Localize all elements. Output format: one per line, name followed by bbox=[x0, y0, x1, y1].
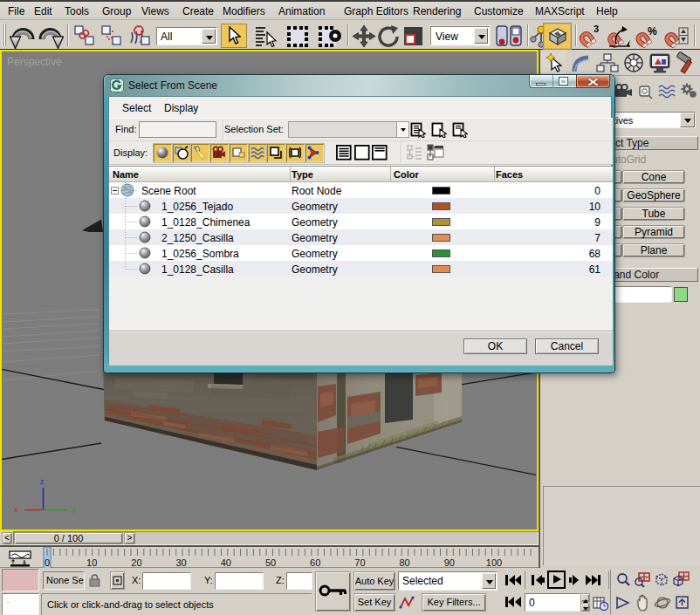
svg-text:30: 30 bbox=[175, 557, 186, 568]
svg-text:%: % bbox=[648, 25, 657, 38]
svg-text:3: 3 bbox=[594, 24, 599, 34]
svg-text:80: 80 bbox=[399, 557, 409, 568]
svg-text:50: 50 bbox=[265, 557, 276, 568]
svg-text:x: x bbox=[14, 505, 18, 514]
svg-text:90: 90 bbox=[444, 557, 455, 568]
svg-text:60: 60 bbox=[310, 557, 320, 568]
svg-text:10: 10 bbox=[86, 557, 97, 568]
svg-text:100: 100 bbox=[486, 557, 502, 568]
svg-text:40: 40 bbox=[221, 557, 231, 568]
svg-text:y: y bbox=[72, 505, 76, 514]
svg-text:20: 20 bbox=[131, 557, 141, 568]
svg-text:z: z bbox=[40, 477, 45, 486]
svg-text:0: 0 bbox=[45, 557, 50, 568]
svg-text:70: 70 bbox=[354, 557, 365, 568]
